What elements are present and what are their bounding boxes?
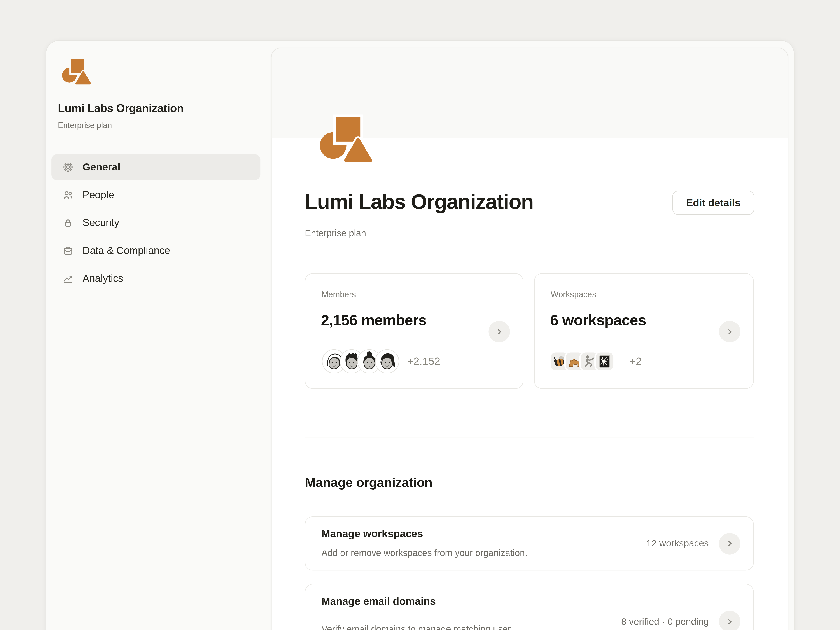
workspaces-emoji-row: +2 [551, 348, 642, 374]
workspaces-overflow-count: +2 [630, 355, 642, 367]
organization-settings-screen: Lumi Labs Organization Enterprise plan G… [0, 0, 840, 630]
sidebar-item-label: General [82, 161, 120, 173]
org-logo [58, 57, 91, 85]
chevron-right-icon [726, 617, 734, 625]
members-overflow-count: +2,152 [407, 355, 440, 367]
briefcase-icon [62, 245, 74, 257]
row-description: Verify email domains to manage matching … [321, 624, 510, 630]
row-title: Manage email domains [321, 595, 436, 608]
sidebar-item-analytics[interactable]: Analytics [51, 266, 260, 292]
sidebar-item-data-compliance[interactable]: Data & Compliance [51, 238, 260, 264]
sidebar-item-label: Data & Compliance [82, 245, 170, 257]
row-side: 8 verified · 0 pending [621, 584, 741, 630]
sidebar: Lumi Labs Organization Enterprise plan G… [46, 41, 271, 630]
manage-workspaces-chevron-button[interactable] [719, 533, 741, 554]
members-count: 2,156 members [321, 312, 426, 329]
member-avatar [374, 349, 399, 374]
chevron-right-icon [726, 540, 734, 548]
lock-icon [62, 217, 74, 229]
section-divider [305, 438, 753, 438]
org-logo-large [313, 113, 372, 163]
email-domains-meta: 8 verified · 0 pending [621, 616, 709, 627]
manage-organization-heading: Manage organization [305, 475, 432, 490]
main-panel: Lumi Labs Organization Enterprise plan E… [271, 48, 788, 630]
members-card[interactable]: Members 2,156 members [305, 273, 523, 389]
workspaces-meta: 12 workspaces [646, 538, 709, 549]
chevron-right-icon [726, 328, 734, 336]
edit-details-button[interactable]: Edit details [672, 191, 754, 215]
members-chevron-button[interactable] [488, 321, 510, 343]
manage-workspaces-row[interactable]: Manage workspaces Add or remove workspac… [305, 516, 753, 570]
sidebar-item-label: Analytics [82, 273, 123, 284]
workspace-tile-sparkler-icon [596, 352, 613, 370]
people-icon [62, 189, 74, 201]
manage-email-domains-chevron-button[interactable] [719, 611, 741, 630]
sidebar-nav: General People [51, 154, 260, 291]
org-plan-label: Enterprise plan [58, 120, 112, 130]
gear-icon [62, 161, 74, 173]
workspaces-count: 6 workspaces [550, 312, 646, 329]
chevron-right-icon [495, 328, 503, 336]
sidebar-item-label: People [82, 189, 114, 201]
row-title: Manage workspaces [321, 527, 423, 540]
org-name: Lumi Labs Organization [58, 102, 183, 115]
workspaces-chevron-button[interactable] [719, 321, 741, 343]
app-window: Lumi Labs Organization Enterprise plan G… [46, 40, 794, 630]
sidebar-item-security[interactable]: Security [51, 210, 260, 236]
sidebar-item-label: Security [82, 217, 119, 229]
row-side: 12 workspaces [646, 517, 740, 570]
page-title: Lumi Labs Organization [305, 190, 533, 214]
workspaces-card-label: Workspaces [551, 290, 596, 300]
manage-email-domains-row[interactable]: Manage email domains Verify email domain… [305, 584, 753, 630]
workspaces-card[interactable]: Workspaces 6 workspaces [534, 273, 754, 389]
sidebar-item-people[interactable]: People [51, 182, 260, 208]
sidebar-item-general[interactable]: General [51, 154, 260, 180]
plan-label: Enterprise plan [305, 228, 366, 239]
row-description: Add or remove workspaces from your organ… [321, 548, 527, 559]
chart-icon [62, 273, 74, 284]
members-avatar-row: +2,152 [321, 348, 440, 374]
members-card-label: Members [321, 290, 356, 300]
